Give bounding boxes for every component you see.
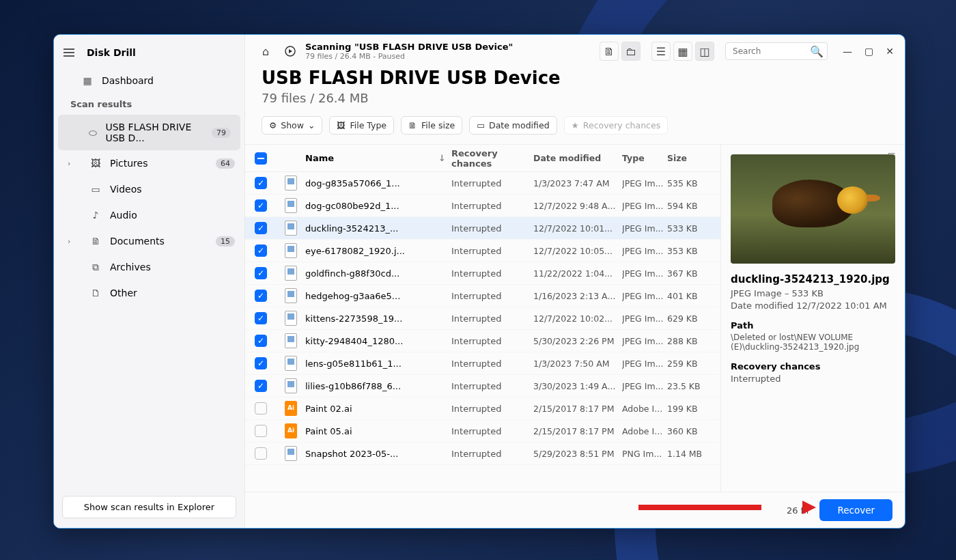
col-type[interactable]: Type [622,153,667,163]
show-dropdown[interactable]: ⚙Show⌄ [262,116,322,135]
cell-name: hedgehog-g3aa6e5... [305,291,451,301]
play-icon[interactable] [281,42,300,61]
split-view-icon[interactable]: ◫ [695,42,714,61]
home-icon[interactable]: ⌂ [256,42,275,61]
row-checkbox[interactable]: ✓ [255,177,267,189]
cell-name: lens-g05e811b61_1... [305,359,451,369]
filetype-icon [285,423,297,438]
table-row[interactable]: Snapshot 2023-05-...Interrupted5/29/2023… [245,443,720,465]
cell-type: PNG Im... [622,449,667,459]
sidebar-item-label: Pictures [110,158,147,169]
cell-name: dog-g835a57066_1... [305,178,451,188]
row-checkbox[interactable]: ✓ [255,312,267,324]
nav-dashboard[interactable]: ▦ Dashboard [54,68,244,94]
cell-name: dog-gc080be92d_1... [305,201,451,211]
cell-date: 1/16/2023 2:13 A... [533,291,622,301]
cell-date: 3/30/2023 1:49 A... [533,381,622,391]
cell-type: JPEG Im... [622,359,667,369]
cell-type: JPEG Im... [622,178,667,188]
row-checkbox[interactable]: ✓ [255,357,267,369]
table-row[interactable]: ✓dog-gc080be92d_1...Interrupted12/7/2022… [245,195,720,217]
table-row[interactable]: ✓lens-g05e811b61_1...Interrupted1/3/2023… [245,352,720,375]
filetype-chip[interactable]: 🖼File Type [329,116,394,135]
chevron-right-icon: › [68,237,74,246]
grid-view-icon[interactable]: ▦ [673,42,692,61]
sidebar-item[interactable]: ›🖼Pictures64 [54,150,244,176]
row-checkbox[interactable]: ✓ [255,290,267,302]
cell-size: 367 KB [667,268,711,279]
row-checkbox[interactable] [255,447,267,460]
row-checkbox[interactable] [255,402,267,415]
detail-filename: duckling-3524213_1920.jpg [731,273,895,285]
table-row[interactable]: ✓eye-6178082_1920.j...Interrupted12/7/20… [245,240,720,262]
filetype-icon [285,198,297,213]
row-checkbox[interactable]: ✓ [255,267,267,279]
doc-icon: 🗎 [89,235,102,247]
app-name: Disk Drill [87,47,136,58]
select-all-checkbox[interactable] [255,152,267,165]
folder-icon[interactable]: 🗀 [621,42,641,61]
cell-size: 360 KB [667,426,711,436]
table-row[interactable]: ✓lilies-g10b86f788_6...Interrupted3/30/2… [245,375,720,397]
image-icon: 🖼 [337,120,346,130]
page-subtitle: 79 files / 26.4 MB [262,91,888,105]
table-row[interactable]: Paint 05.aiInterrupted2/15/2017 8:17 PMA… [245,420,720,443]
table-row[interactable]: ✓hedgehog-g3aa6e5...Interrupted1/16/2023… [245,285,720,307]
cell-size: 1.14 MB [667,449,711,459]
datemod-chip[interactable]: ▭Date modified [469,116,557,135]
count-badge: 64 [216,158,235,169]
detail-path-label: Path [731,320,895,331]
sidebar-item[interactable]: ⬭USB FLASH DRIVE USB D...79 [58,115,240,150]
scan-subtitle: 79 files / 26.4 MB - Paused [305,52,513,61]
col-size[interactable]: Size [667,153,711,163]
sidebar-item[interactable]: ▭Videos [54,176,244,202]
minimize-icon[interactable]: — [843,46,852,57]
row-checkbox[interactable]: ✓ [255,199,267,212]
filesize-chip[interactable]: 🗎File size [401,116,462,135]
cell-date: 5/29/2023 8:51 PM [533,449,622,459]
sidebar-item[interactable]: ⧉Archives [54,254,244,280]
dashboard-icon: ▦ [81,74,94,87]
cell-date: 12/7/2022 10:02... [533,313,622,324]
col-date[interactable]: Date modified [533,153,622,163]
detail-meta: JPEG Image – 533 KB [731,288,895,298]
row-checkbox[interactable]: ✓ [255,335,267,347]
cell-date: 1/3/2023 7:50 AM [533,359,622,369]
sidebar-item[interactable]: ♪Audio [54,202,244,228]
hamburger-icon[interactable] [64,48,74,57]
preview-image [731,154,895,264]
show-in-explorer-button[interactable]: Show scan results in Explorer [62,496,236,518]
cell-size: 288 KB [667,336,711,346]
table-row[interactable]: ✓duckling-3524213_...Interrupted12/7/202… [245,217,720,240]
table-row[interactable]: ✓dog-g835a57066_1...Interrupted1/3/2023 … [245,172,720,195]
table-header: Name ↓ Recovery chances Date modified Ty… [245,145,720,172]
row-checkbox[interactable]: ✓ [255,222,267,234]
col-recovery[interactable]: Recovery chances [451,148,533,169]
row-checkbox[interactable]: ✓ [255,380,267,392]
sidebar-item-label: Documents [110,236,165,247]
sidebar-item[interactable]: ›🗎Documents15 [54,228,244,254]
cell-type: JPEG Im... [622,336,667,346]
close-icon[interactable]: ✕ [886,46,894,57]
table-row[interactable]: ✓goldfinch-g88f30cd...Interrupted11/22/2… [245,262,720,285]
col-name[interactable]: Name ↓ [305,153,451,163]
recchance-chip[interactable]: ★Recovery chances [564,116,669,135]
cell-name: kittens-2273598_19... [305,313,451,324]
cell-recovery: Interrupted [451,404,533,414]
maximize-icon[interactable]: ▢ [864,46,873,57]
table-row[interactable]: ✓kitty-2948404_1280...Interrupted5/30/20… [245,330,720,352]
sidebar-item[interactable]: 🗋Other [54,280,244,306]
doc-icon: 🗎 [408,120,417,130]
row-checkbox[interactable] [255,425,267,437]
row-checkbox[interactable]: ✓ [255,244,267,257]
list-view-icon[interactable]: ☰ [651,42,671,61]
file-icon[interactable]: 🗎 [600,42,619,61]
footer: 26 fil Recover [245,492,905,528]
star-icon: ★ [572,120,579,130]
recover-button[interactable]: Recover [819,499,892,521]
main: ⌂ Scanning "USB FLASH DRIVE USB Device" … [245,35,905,528]
filetype-icon [285,311,297,326]
table-row[interactable]: Paint 02.aiInterrupted2/15/2017 8:17 PMA… [245,397,720,420]
table-row[interactable]: ✓kittens-2273598_19...Interrupted12/7/20… [245,307,720,330]
search-field[interactable]: 🔍 [725,42,828,60]
